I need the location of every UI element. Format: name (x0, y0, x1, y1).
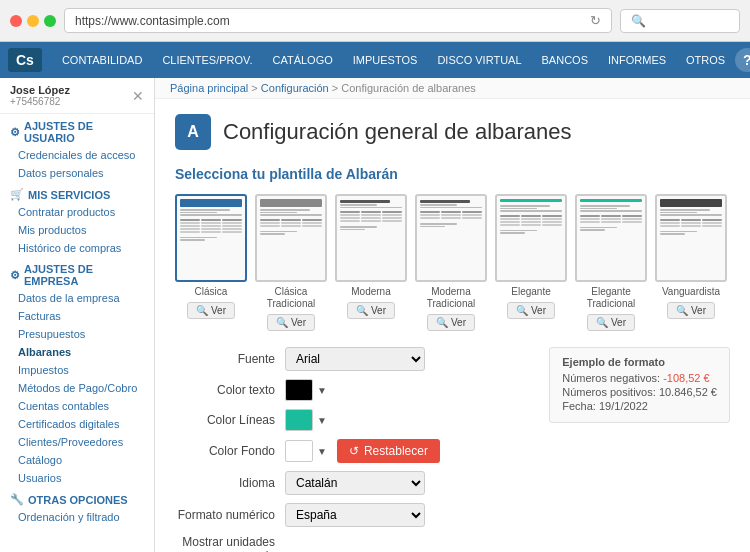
language-label: Idioma (175, 476, 275, 490)
maximize-dot[interactable] (44, 15, 56, 27)
lines-color-arrow[interactable]: ▼ (317, 415, 327, 426)
lines-color-row: Color Líneas ▼ (175, 409, 529, 431)
template-thumb-vanguardista[interactable] (655, 194, 727, 282)
nav-catalogo[interactable]: CATÁLOGO (262, 42, 342, 78)
font-select[interactable]: Arial Times New Roman Helvetica (285, 347, 425, 371)
text-color-swatch[interactable] (285, 379, 313, 401)
sidebar-item-purchase-history[interactable]: Histórico de compras (0, 239, 154, 257)
sidebar-item-ordering[interactable]: Ordenación y filtrado (0, 508, 154, 526)
numeric-format-label: Formato numérico (175, 508, 275, 522)
lines-color-control: ▼ (285, 409, 327, 431)
negative-label: Números negativos: (562, 372, 660, 384)
nav-clientes[interactable]: CLIENTES/PROV. (152, 42, 262, 78)
language-select[interactable]: Catalán Español Inglés (285, 471, 425, 495)
bg-color-arrow[interactable]: ▼ (317, 446, 327, 457)
sidebar-item-catalogo[interactable]: Catálogo (0, 451, 154, 469)
main-layout: Jose López +75456782 ✕ ⚙ AJUSTES DE USUA… (0, 78, 750, 552)
template-section-title: Selecciona tu plantilla de Albarán (175, 166, 730, 182)
template-thumb-moderna[interactable] (335, 194, 407, 282)
sidebar-item-credentials[interactable]: Credenciales de acceso (0, 146, 154, 164)
sidebar-item-certificates[interactable]: Certificados digitales (0, 415, 154, 433)
template-vanguardista: Vanguardista 🔍 Ver (655, 194, 727, 331)
sidebar-item-personal-data[interactable]: Datos personales (0, 164, 154, 182)
nav-impuestos[interactable]: IMPUESTOS (343, 42, 428, 78)
page-icon: A (175, 114, 211, 150)
format-example: Ejemplo de formato Números negativos: -1… (549, 347, 730, 423)
format-example-title: Ejemplo de formato (562, 356, 717, 368)
sidebar-user-name: Jose López (10, 84, 70, 96)
sidebar-item-accounts[interactable]: Cuentas contables (0, 397, 154, 415)
gear-icon-company: ⚙ (10, 269, 20, 282)
search-icon-vanguardista: 🔍 (676, 305, 688, 316)
breadcrumb-home[interactable]: Página principal (170, 82, 248, 94)
text-color-label: Color texto (175, 383, 275, 397)
template-view-btn-elegante-trad[interactable]: 🔍 Ver (587, 314, 635, 331)
logo[interactable]: Cs (8, 48, 42, 72)
sidebar-item-presupuestos[interactable]: Presupuestos (0, 325, 154, 343)
format-example-column: Ejemplo de formato Números negativos: -1… (549, 347, 730, 423)
sidebar-item-facturas[interactable]: Facturas (0, 307, 154, 325)
nav-contabilidad[interactable]: CONTABILIDAD (52, 42, 152, 78)
sidebar-item-users[interactable]: Usuarios (0, 469, 154, 487)
sidebar-section-title-company: AJUSTES DE EMPRESA (24, 263, 144, 287)
more-units-label: Mostrar unidades de (175, 535, 275, 552)
help-button[interactable]: ? (735, 48, 750, 72)
numeric-format-select[interactable]: España Francia UK (285, 503, 425, 527)
template-label-moderna: Moderna (351, 286, 390, 298)
page-header: A Configuración general de albaranes (175, 114, 730, 150)
template-thumb-moderna-trad[interactable] (415, 194, 487, 282)
browser-search-bar[interactable]: 🔍 (620, 9, 740, 33)
search-icon-elegante: 🔍 (516, 305, 528, 316)
template-thumb-elegante[interactable] (495, 194, 567, 282)
form-and-example: Fuente Arial Times New Roman Helvetica C… (175, 347, 730, 552)
refresh-icon[interactable]: ↻ (590, 13, 601, 28)
bg-color-swatch[interactable] (285, 440, 313, 462)
template-moderna: Moderna 🔍 Ver (335, 194, 407, 331)
template-view-btn-moderna[interactable]: 🔍 Ver (347, 302, 395, 319)
minimize-dot[interactable] (27, 15, 39, 27)
template-label-moderna-trad: Moderna Tradicional (427, 286, 476, 310)
sidebar-item-impuestos[interactable]: Impuestos (0, 361, 154, 379)
sidebar-item-company-data[interactable]: Datos de la empresa (0, 289, 154, 307)
sidebar-item-payment-methods[interactable]: Métodos de Pago/Cobro (0, 379, 154, 397)
text-color-arrow[interactable]: ▼ (317, 385, 327, 396)
wrench-icon: 🔧 (10, 493, 24, 506)
template-elegante-tradicional: Elegante Tradicional 🔍 Ver (575, 194, 647, 331)
sidebar-item-albaranes[interactable]: Albaranes (0, 343, 154, 361)
template-view-btn-clasica-trad[interactable]: 🔍 Ver (267, 314, 315, 331)
sidebar-close-icon[interactable]: ✕ (132, 88, 144, 104)
nav-items: CONTABILIDAD CLIENTES/PROV. CATÁLOGO IMP… (52, 42, 735, 78)
nav-otros[interactable]: OTROS (676, 42, 735, 78)
template-thumb-clasica-tradicional[interactable] (255, 194, 327, 282)
gear-icon-user: ⚙ (10, 126, 20, 139)
breadcrumb-config[interactable]: Configuración (261, 82, 329, 94)
sidebar-item-my-products[interactable]: Mis productos (0, 221, 154, 239)
template-moderna-tradicional: Moderna Tradicional 🔍 Ver (415, 194, 487, 331)
date-label: Fecha: (562, 400, 596, 412)
more-units-row: Mostrar unidades de (175, 535, 529, 552)
language-row: Idioma Catalán Español Inglés (175, 471, 529, 495)
template-view-btn-vanguardista[interactable]: 🔍 Ver (667, 302, 715, 319)
nav-disco[interactable]: DISCO VIRTUAL (427, 42, 531, 78)
lines-color-label: Color Líneas (175, 413, 275, 427)
form-column: Fuente Arial Times New Roman Helvetica C… (175, 347, 529, 552)
template-view-btn-elegante[interactable]: 🔍 Ver (507, 302, 555, 319)
search-icon: 🔍 (631, 14, 646, 28)
sidebar-section-other: 🔧 OTRAS OPCIONES (0, 487, 154, 508)
restore-button[interactable]: ↺ Restablecer (337, 439, 440, 463)
nav-bancos[interactable]: BANCOS (532, 42, 598, 78)
template-label-vanguardista: Vanguardista (662, 286, 720, 298)
template-view-btn-clasica[interactable]: 🔍 Ver (187, 302, 235, 319)
search-icon-clasica: 🔍 (196, 305, 208, 316)
nav-informes[interactable]: INFORMES (598, 42, 676, 78)
sidebar-item-clients[interactable]: Clientes/Proveedores (0, 433, 154, 451)
main-content: Página principal > Configuración > Confi… (155, 78, 750, 552)
page-title: Configuración general de albaranes (223, 119, 572, 145)
url-bar[interactable]: https://www.contasimple.com ↻ (64, 8, 612, 33)
template-view-btn-moderna-trad[interactable]: 🔍 Ver (427, 314, 475, 331)
lines-color-swatch[interactable] (285, 409, 313, 431)
sidebar-item-hire-products[interactable]: Contratar productos (0, 203, 154, 221)
close-dot[interactable] (10, 15, 22, 27)
template-thumb-elegante-trad[interactable] (575, 194, 647, 282)
template-thumb-clasica[interactable] (175, 194, 247, 282)
